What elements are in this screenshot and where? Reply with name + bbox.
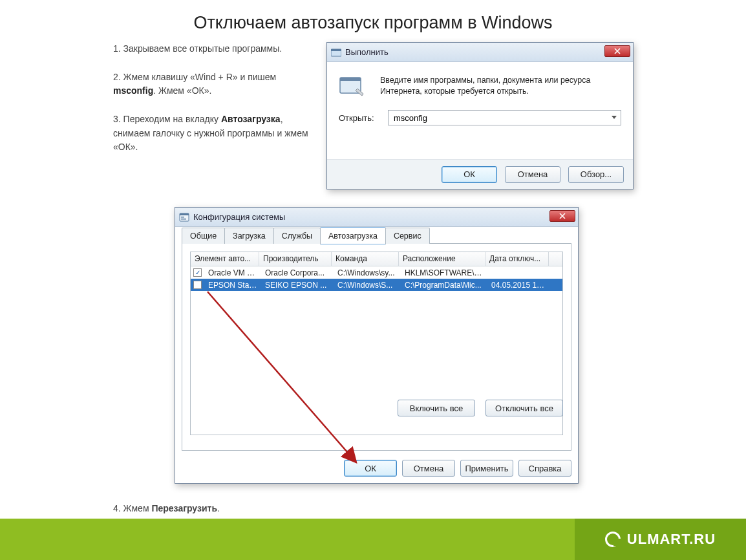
startup-tab-content: Элемент авто... Производитель Команда Ра… xyxy=(182,244,571,451)
col-element[interactable]: Элемент авто... xyxy=(191,252,259,266)
col-command[interactable]: Команда xyxy=(332,252,399,266)
cancel-button[interactable]: Отмена xyxy=(505,166,560,183)
page-title: Отключаем автозапуск программ в Windows xyxy=(0,0,746,41)
msconfig-tabs: Общие Загрузка Службы Автозагрузка Серви… xyxy=(182,227,571,244)
tab-startup[interactable]: Автозагрузка xyxy=(320,227,386,244)
tab-general[interactable]: Общие xyxy=(182,228,225,244)
brand-text: ULMART.RU xyxy=(627,531,716,548)
apply-button[interactable]: Применить xyxy=(460,460,513,477)
svg-rect-1 xyxy=(331,49,341,51)
ulmart-logo-icon xyxy=(605,532,621,547)
ok-button[interactable]: ОК xyxy=(344,460,397,477)
open-input[interactable]: msconfig xyxy=(388,110,621,125)
run-title: Выполнить xyxy=(345,47,389,57)
col-location[interactable]: Расположение xyxy=(399,252,485,266)
enable-all-button[interactable]: Включить все xyxy=(398,400,475,416)
help-button[interactable]: Справка xyxy=(518,460,571,477)
svg-rect-7 xyxy=(181,219,186,220)
ok-button[interactable]: ОК xyxy=(442,166,497,183)
svg-rect-6 xyxy=(181,217,184,218)
col-disabled-date[interactable]: Дата отключ... xyxy=(485,252,549,266)
run-program-icon xyxy=(339,75,365,98)
close-button[interactable] xyxy=(549,210,575,222)
step-4: 4. Жмем Перезагрузить. xyxy=(113,503,220,513)
browse-button[interactable]: Обзор... xyxy=(568,166,624,183)
svg-rect-3 xyxy=(340,78,361,81)
row-checkbox[interactable] xyxy=(193,268,202,277)
step-2: 2. Жмем клавишу «Wind + R» и пишем mscon… xyxy=(113,70,314,98)
run-titlebar[interactable]: Выполнить xyxy=(327,43,633,62)
close-button[interactable] xyxy=(604,45,630,57)
close-icon xyxy=(559,213,566,219)
step-3: 3. Переходим на вкладку Автозагрузка, сн… xyxy=(113,113,314,155)
msconfig-titlebar[interactable]: Конфигурация системы xyxy=(175,208,578,227)
run-app-icon xyxy=(331,48,341,57)
tab-services[interactable]: Службы xyxy=(273,228,321,244)
run-description: Введите имя программы, папки, документа … xyxy=(380,75,621,98)
startup-row[interactable]: EPSON Stat... SEIKO EPSON ... C:\Windows… xyxy=(191,279,562,291)
disable-all-button[interactable]: Отключить все xyxy=(485,400,563,416)
cancel-button[interactable]: Отмена xyxy=(402,460,455,477)
chevron-down-icon xyxy=(612,116,617,119)
tab-tools[interactable]: Сервис xyxy=(385,228,430,244)
instruction-steps: 1. Закрываем все открытые программы. 2. … xyxy=(113,42,314,169)
footer-banner: ULMART.RU xyxy=(0,519,746,560)
brand-block: ULMART.RU xyxy=(575,519,746,560)
row-checkbox[interactable] xyxy=(193,281,202,289)
svg-rect-5 xyxy=(180,213,189,215)
step-1: 1. Закрываем все открытые программы. xyxy=(113,42,314,56)
open-input-value: msconfig xyxy=(394,113,427,123)
startup-row[interactable]: Oracle VM Vi... Oracle Corpora... C:\Win… xyxy=(191,266,562,279)
column-headers[interactable]: Элемент авто... Производитель Команда Ра… xyxy=(191,252,562,266)
close-icon xyxy=(614,48,621,54)
run-dialog: Выполнить Введите имя программы, папки, … xyxy=(326,42,634,189)
open-label: Открыть: xyxy=(339,113,388,123)
msconfig-dialog: Конфигурация системы Общие Загрузка Служ… xyxy=(175,207,579,484)
msconfig-app-icon xyxy=(179,213,189,222)
tab-boot[interactable]: Загрузка xyxy=(224,228,274,244)
col-manufacturer[interactable]: Производитель xyxy=(259,252,332,266)
msconfig-title: Конфигурация системы xyxy=(193,212,285,222)
